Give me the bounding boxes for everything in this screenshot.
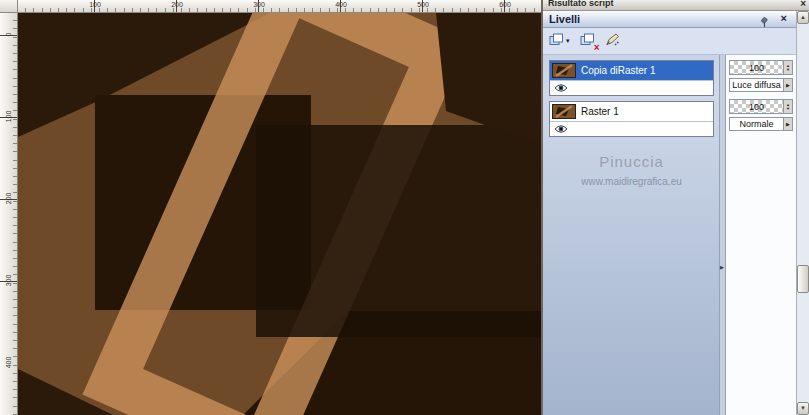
watermark: Pinuccia www.maidiregrafica.eu (549, 153, 714, 187)
vertical-ruler: 0 100 200 300 400 (0, 13, 18, 415)
scroll-up-button[interactable]: ▲ (797, 11, 809, 24)
spacer (729, 92, 793, 99)
ruler-label: 0 (5, 26, 12, 43)
right-dock-panel: Risultato script × ▲ ▼ Livelli × (541, 0, 809, 415)
edit-script-button[interactable] (604, 32, 621, 50)
spin-down-icon: ▼ (786, 107, 790, 111)
opacity-spinner[interactable]: ▲ ▼ (783, 100, 792, 113)
pin-icon[interactable] (759, 14, 770, 25)
ruler-label: 500 (417, 1, 429, 8)
splitter-arrow-icon: ▶ (720, 264, 724, 270)
blend-mode-select-raster-1[interactable]: Normale ▶ (729, 117, 793, 131)
layer-controls-column: 100 ▲ ▼ Luce diffusa ▶ 100 (726, 55, 796, 415)
red-x-icon: × (594, 42, 600, 53)
ruler-label: 600 (499, 1, 511, 8)
close-icon[interactable]: × (800, 0, 806, 9)
blend-mode-value: Luce diffusa (732, 80, 780, 90)
blend-mode-select-copia-diraster-1[interactable]: Luce diffusa ▶ (729, 78, 793, 92)
panel-splitter[interactable]: ▶ (719, 55, 726, 415)
new-layer-icon (549, 33, 564, 49)
layer-visibility-row (550, 80, 713, 95)
app-window: 100 200 300 400 500 600 0 100 200 300 40… (0, 0, 809, 415)
opacity-spinner[interactable]: ▲ ▼ (783, 61, 792, 74)
artwork (18, 13, 541, 415)
canvas-image[interactable] (18, 13, 541, 415)
layer-name: Raster 1 (581, 106, 619, 117)
close-icon[interactable]: × (781, 12, 787, 24)
layers-palette: Livelli × ▾ (543, 11, 796, 415)
dropdown-arrow-icon: ▶ (783, 79, 792, 91)
opacity-slider-copia-diraster-1[interactable]: 100 ▲ ▼ (729, 60, 793, 75)
eye-visibility-icon[interactable] (554, 120, 568, 138)
ruler-label: 200 (171, 1, 183, 8)
layer-thumbnail (552, 104, 576, 119)
layer-item: Copia diRaster 1 (549, 60, 714, 96)
edit-script-icon (605, 33, 620, 49)
layer-item: Raster 1 (549, 101, 714, 137)
layer-visibility-row (550, 121, 713, 136)
script-result-title: Risultato script (548, 0, 614, 8)
layers-panel-title: Livelli (549, 13, 580, 25)
ruler-label: 100 (5, 108, 12, 125)
ruler-label: 300 (253, 1, 265, 8)
layers-panel-header[interactable]: Livelli × (543, 11, 796, 28)
ruler-label: 400 (5, 354, 12, 371)
watermark-url: www.maidiregrafica.eu (549, 176, 714, 187)
layers-panel-main: Copia diRaster 1 (543, 55, 796, 415)
layer-row-copia-diraster-1[interactable]: Copia diRaster 1 (550, 61, 713, 80)
layers-toolbar: ▾ × (543, 28, 796, 55)
ruler-label: 200 (5, 190, 12, 207)
script-result-titlebar[interactable]: Risultato script × (543, 0, 809, 11)
opacity-slider-raster-1[interactable]: 100 ▲ ▼ (729, 99, 793, 114)
ruler-corner (0, 0, 18, 13)
scrollbar-thumb[interactable] (797, 265, 809, 293)
chevron-down-icon: ▾ (566, 37, 570, 45)
ruler-label: 100 (89, 1, 101, 8)
spin-down-icon: ▼ (786, 68, 790, 72)
delete-layer-button[interactable]: × (579, 32, 596, 50)
watermark-title: Pinuccia (549, 153, 714, 170)
opacity-value: 100 (730, 102, 783, 112)
new-layer-button[interactable]: ▾ (548, 32, 571, 50)
layer-name: Copia diRaster 1 (581, 65, 655, 76)
panel-scrollbar[interactable]: ▲ ▼ (796, 11, 809, 415)
scroll-down-button[interactable]: ▼ (797, 402, 809, 415)
dropdown-arrow-icon: ▶ (783, 118, 792, 130)
blend-mode-value: Normale (739, 119, 773, 129)
ruler-label: 400 (335, 1, 347, 8)
eye-visibility-icon[interactable] (554, 79, 568, 97)
opacity-value: 100 (730, 63, 783, 73)
layer-row-raster-1[interactable]: Raster 1 (550, 102, 713, 121)
ruler-label: 300 (5, 272, 12, 289)
layers-list: Copia diRaster 1 (543, 55, 719, 415)
layer-thumbnail (552, 63, 576, 78)
horizontal-ruler: 100 200 300 400 500 600 (18, 0, 541, 13)
delete-layer-icon (580, 33, 595, 49)
